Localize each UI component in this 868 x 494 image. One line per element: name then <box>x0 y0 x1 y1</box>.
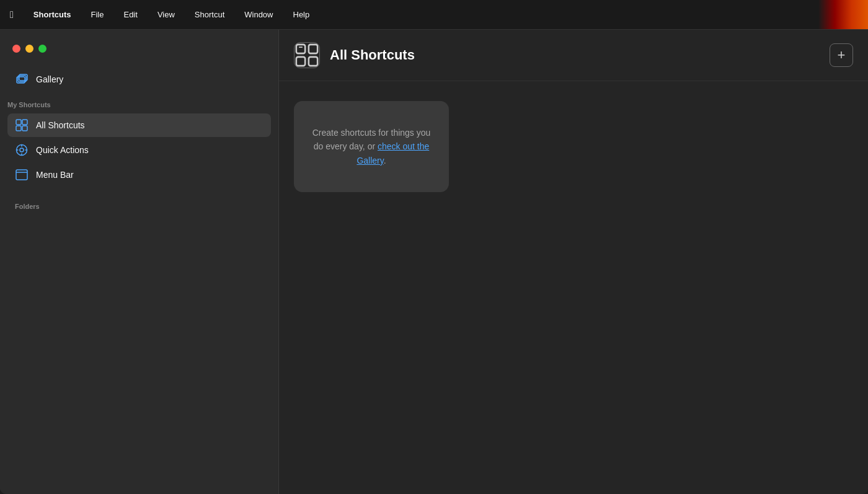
empty-card-text: Create shortcuts for things you do every… <box>309 126 434 167</box>
all-shortcuts-label: All Shortcuts <box>36 120 85 130</box>
sidebar: Gallery My Shortcuts All Shortcuts <box>0 30 279 494</box>
my-shortcuts-section-label: My Shortcuts <box>0 96 278 112</box>
menu-item-view[interactable]: View <box>155 9 177 20</box>
sidebar-item-gallery[interactable]: Gallery <box>7 68 271 91</box>
close-button[interactable] <box>12 45 20 53</box>
apple-icon[interactable]:  <box>10 9 14 20</box>
svg-point-8 <box>20 148 24 152</box>
main-body: Create shortcuts for things you do every… <box>279 81 868 494</box>
empty-state-card: Create shortcuts for things you do every… <box>294 101 449 192</box>
folders-section: Folders <box>0 188 278 214</box>
all-shortcuts-icon <box>15 118 29 132</box>
menu-item-shortcut[interactable]: Shortcut <box>192 9 227 20</box>
main-title: All Shortcuts <box>330 47 415 63</box>
svg-rect-5 <box>16 126 21 131</box>
main-content: All Shortcuts + Create shortcuts for thi… <box>279 30 868 494</box>
sidebar-item-quick-actions[interactable]: Quick Actions <box>7 138 271 162</box>
quick-actions-label: Quick Actions <box>36 145 89 155</box>
svg-rect-3 <box>16 120 21 125</box>
window-controls <box>0 40 278 68</box>
menu-bar-icon <box>15 168 29 182</box>
empty-text-after-link: . <box>384 156 386 165</box>
folders-section-label: Folders <box>7 198 271 214</box>
gallery-icon <box>15 73 29 86</box>
svg-rect-16 <box>309 45 317 53</box>
menu-bar-gradient <box>818 0 868 29</box>
main-header-left: All Shortcuts <box>294 42 415 68</box>
minimize-button[interactable] <box>25 45 33 53</box>
svg-rect-6 <box>22 126 27 131</box>
svg-rect-15 <box>296 45 305 53</box>
menu-item-edit[interactable]: Edit <box>121 9 140 20</box>
quick-actions-icon <box>15 143 29 157</box>
menu-bar:  Shortcuts File Edit View Shortcut Wind… <box>0 0 868 30</box>
svg-rect-17 <box>296 57 305 66</box>
svg-rect-13 <box>16 170 27 180</box>
main-header: All Shortcuts + <box>279 30 868 81</box>
sidebar-item-all-shortcuts[interactable]: All Shortcuts <box>7 113 271 137</box>
maximize-button[interactable] <box>38 45 46 53</box>
menu-item-window[interactable]: Window <box>242 9 275 20</box>
sidebar-gallery-section: Gallery <box>0 68 278 96</box>
gallery-label: Gallery <box>36 74 63 84</box>
add-shortcut-button[interactable]: + <box>830 43 853 67</box>
svg-rect-4 <box>22 120 27 125</box>
menu-item-shortcuts[interactable]: Shortcuts <box>31 9 74 20</box>
menu-item-file[interactable]: File <box>89 9 107 20</box>
my-shortcuts-section: All Shortcuts Quick Actions <box>0 112 278 188</box>
app-window: Gallery My Shortcuts All Shortcuts <box>0 30 868 494</box>
header-icon-box <box>294 42 320 68</box>
menu-item-help[interactable]: Help <box>291 9 312 20</box>
sidebar-item-menu-bar[interactable]: Menu Bar <box>7 163 271 187</box>
menu-bar-label: Menu Bar <box>36 170 74 180</box>
svg-rect-18 <box>309 57 317 66</box>
